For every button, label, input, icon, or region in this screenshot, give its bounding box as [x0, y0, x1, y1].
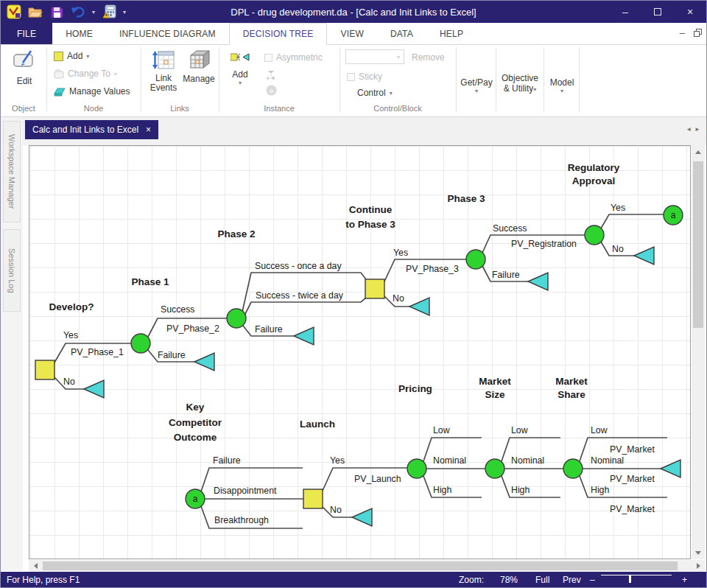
- insert-instance-button[interactable]: [266, 70, 276, 80]
- payoff-label[interactable]: PV_Launch: [354, 474, 401, 484]
- payoff-label[interactable]: PV_Phase_3: [406, 264, 459, 274]
- branch-label[interactable]: No: [63, 377, 75, 387]
- horizontal-scrollbar[interactable]: [29, 560, 705, 572]
- control-button[interactable]: Control ▾: [357, 88, 393, 98]
- minimize-button[interactable]: –: [609, 1, 641, 23]
- tab-influence-diagram[interactable]: INFLUENCE DIAGRAM: [106, 23, 229, 44]
- instance-a-button[interactable]: a: [266, 85, 277, 96]
- qat-customize-icon[interactable]: ▾: [123, 9, 126, 15]
- save-icon[interactable]: [49, 4, 64, 19]
- objective-utility-button[interactable]: Objective & Utility▾: [497, 73, 543, 94]
- tab-view[interactable]: VIEW: [327, 23, 376, 44]
- branch-label[interactable]: Failure: [255, 324, 283, 335]
- vertical-scrollbar[interactable]: [692, 145, 705, 559]
- model-button[interactable]: Model ▾: [545, 77, 579, 94]
- branch-label[interactable]: Yes: [63, 330, 78, 340]
- decision-tree-canvas[interactable]: aaDevelop?Phase 1Phase 2Continueto Phase…: [29, 145, 691, 559]
- workspace-manager-tab[interactable]: Workspace Manager: [3, 121, 21, 223]
- payoff-label[interactable]: PV_Market: [610, 474, 655, 484]
- app-icon[interactable]: [7, 4, 21, 19]
- branch-label[interactable]: Success - once a day: [255, 261, 342, 271]
- branch-label[interactable]: No: [393, 293, 404, 304]
- end-node[interactable]: [634, 247, 654, 265]
- payoff-label[interactable]: PV_Phase_2: [166, 323, 219, 334]
- document-minimize-icon[interactable]: –: [680, 27, 685, 38]
- branch-label[interactable]: Nominal: [511, 455, 544, 466]
- tab-file[interactable]: FILE: [1, 23, 52, 44]
- get-pay-button[interactable]: Get/Pay ▾: [457, 77, 496, 94]
- chance-node[interactable]: [466, 250, 485, 269]
- manage-values-button[interactable]: Manage Values: [54, 86, 130, 97]
- document-tab[interactable]: Calc and Init Links to Excel ×: [25, 120, 158, 139]
- control-value-dropdown[interactable]: ▾: [345, 49, 404, 64]
- chance-node[interactable]: [407, 459, 426, 478]
- decision-node[interactable]: [365, 279, 384, 298]
- zoom-slider-track[interactable]: [601, 575, 672, 575]
- branch-label[interactable]: Low: [511, 425, 528, 435]
- branch-label[interactable]: No: [612, 244, 624, 254]
- branch-label[interactable]: Yes: [330, 455, 345, 466]
- branch-label[interactable]: Failure: [158, 350, 186, 360]
- end-node[interactable]: [352, 508, 372, 526]
- node-title[interactable]: Key: [186, 402, 205, 413]
- node-title[interactable]: Phase 2: [217, 228, 255, 239]
- branch-label[interactable]: Success - twice a day: [256, 290, 344, 301]
- link-events-button[interactable]: LinkEvents: [147, 49, 180, 93]
- payoff-label[interactable]: PV_Phase_1: [71, 347, 124, 357]
- node-title[interactable]: Launch: [300, 419, 335, 430]
- scroll-up-icon[interactable]: [692, 147, 705, 157]
- close-button[interactable]: ×: [674, 1, 706, 23]
- scroll-left-icon[interactable]: [30, 560, 41, 572]
- node-title[interactable]: Size: [485, 389, 505, 400]
- asymmetric-checkbox[interactable]: Asymmetric: [264, 52, 323, 63]
- document-restore-icon[interactable]: [694, 29, 702, 37]
- zoom-full-button[interactable]: Full: [535, 575, 549, 585]
- remove-button[interactable]: Remove: [412, 52, 445, 63]
- decision-node[interactable]: [35, 360, 54, 379]
- node-title[interactable]: to Phase 3: [345, 219, 395, 230]
- node-title[interactable]: Develop?: [49, 301, 94, 312]
- node-title[interactable]: Continue: [349, 204, 393, 215]
- end-node[interactable]: [194, 353, 214, 371]
- branch-label[interactable]: High: [511, 485, 530, 495]
- zoom-slider-thumb[interactable]: [629, 575, 631, 583]
- branch-label[interactable]: Nominal: [591, 455, 624, 466]
- document-tab-scroll-arrows[interactable]: ◄►: [686, 126, 703, 133]
- node-title[interactable]: Phase 3: [447, 193, 485, 204]
- node-title[interactable]: Approval: [572, 175, 616, 186]
- node-title[interactable]: Competitor: [169, 417, 222, 428]
- chance-node[interactable]: [585, 225, 604, 245]
- branch-label[interactable]: Failure: [213, 455, 241, 466]
- zoom-out-button[interactable]: –: [590, 575, 595, 585]
- branch-label[interactable]: High: [591, 485, 609, 495]
- end-node[interactable]: [294, 327, 314, 345]
- branch-label[interactable]: Success: [493, 223, 527, 234]
- tab-home[interactable]: HOME: [52, 23, 106, 44]
- tab-data[interactable]: DATA: [377, 23, 426, 44]
- node-title[interactable]: Pricing: [398, 383, 432, 394]
- branch-label[interactable]: Yes: [611, 203, 625, 213]
- session-log-tab[interactable]: Session Log: [3, 229, 21, 312]
- add-node-button[interactable]: Add ▾: [54, 51, 89, 61]
- end-node[interactable]: [409, 298, 429, 315]
- open-icon[interactable]: [28, 4, 43, 19]
- branch-label[interactable]: Disappointment: [214, 486, 277, 496]
- payoff-label[interactable]: PV_Registration: [511, 239, 577, 249]
- end-node[interactable]: [661, 460, 680, 477]
- maximize-button[interactable]: [641, 1, 674, 23]
- add-instance-button[interactable]: Add ▾: [223, 51, 257, 86]
- branch-label[interactable]: Low: [433, 425, 450, 435]
- run-calculator-icon[interactable]: [102, 4, 116, 19]
- manage-links-button[interactable]: Manage: [182, 49, 216, 84]
- end-node[interactable]: [84, 380, 104, 398]
- zoom-value[interactable]: 78%: [500, 575, 518, 585]
- tab-decision-tree[interactable]: DECISION TREE: [229, 23, 328, 45]
- undo-dropdown-icon[interactable]: ▾: [92, 9, 95, 15]
- branch-label[interactable]: Success: [161, 304, 194, 315]
- end-node[interactable]: [528, 273, 548, 290]
- branch-label[interactable]: Nominal: [433, 455, 466, 466]
- chance-node[interactable]: [131, 334, 150, 353]
- sticky-checkbox[interactable]: Sticky: [347, 71, 382, 82]
- node-title[interactable]: Regulatory: [568, 162, 620, 173]
- branch-label[interactable]: No: [330, 505, 342, 515]
